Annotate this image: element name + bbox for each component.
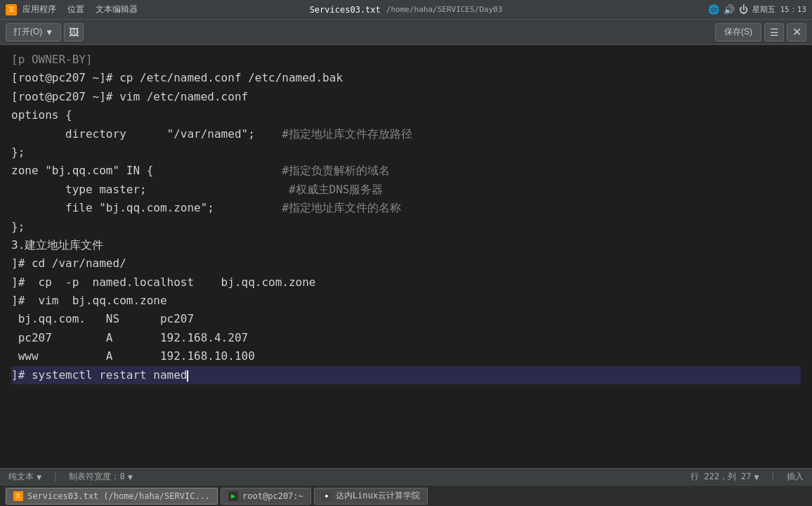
encoding-label: 纯文本 <box>8 471 34 483</box>
mode-status: 插入 <box>787 471 804 483</box>
text-cursor <box>187 370 188 382</box>
tab-width-dropdown: ▼ <box>128 472 133 482</box>
close-icon: ✕ <box>792 25 801 39</box>
position-status: 行 222，列 27 ▼ <box>690 471 759 483</box>
menu-editor[interactable]: 文本编辑器 <box>96 4 138 15</box>
code-line-12: ]# cp -p named.localhost bj.qq.com.zone <box>11 273 801 292</box>
time-display: 星期五 15：13 <box>752 4 806 15</box>
mode-label: 插入 <box>787 471 804 483</box>
code-line-14: bj.qq.com. NS pc207 <box>11 310 801 328</box>
image-button[interactable]: 🖼 <box>64 23 84 41</box>
titlebar-left: 文 应用程序 位置 文本编辑器 <box>6 4 138 15</box>
code-line-6: zone "bj.qq.com" IN { #指定负责解析的域名 <box>11 162 801 180</box>
titlebar-menu: 应用程序 位置 文本编辑器 <box>22 4 138 15</box>
open-button-label: 打开(O) <box>13 26 42 38</box>
hamburger-icon: ☰ <box>770 27 779 38</box>
code-line-10: 3.建立地址库文件 <box>11 236 801 254</box>
code-line-16: www A 192.168.10.100 <box>11 347 801 365</box>
taskbar-item-terminal[interactable]: ▶ root@pc207:~ <box>221 488 311 505</box>
power-icon: ⏻ <box>739 4 748 15</box>
browser-taskbar-icon: ◆ <box>322 491 332 501</box>
app-logo: 文 <box>6 4 17 15</box>
code-line-7: type master; #权威主DNS服务器 <box>11 181 801 199</box>
close-button[interactable]: ✕ <box>787 23 806 41</box>
editor-area[interactable]: [p OWNER-BY] [root@pc207 ~]# cp /etc/nam… <box>0 45 812 468</box>
code-line-2: [root@pc207 ~]# vim /etc/named.conf <box>11 88 801 106</box>
titlebar-center: Services03.txt /home/haha/SERVICES/Day03 <box>310 5 503 15</box>
menu-button[interactable]: ☰ <box>764 23 784 41</box>
volume-icon: 🔊 <box>723 4 735 15</box>
taskbar-item-terminal-label: root@pc207:~ <box>242 491 303 501</box>
encoding-dropdown: ▼ <box>37 472 41 482</box>
code-line-3: options { <box>11 106 801 124</box>
menu-apps[interactable]: 应用程序 <box>22 4 56 15</box>
titlebar: 文 应用程序 位置 文本编辑器 Services03.txt /home/hah… <box>0 0 812 20</box>
window-subtitle: /home/haha/SERVICES/Day03 <box>386 5 503 14</box>
code-line-0: [p OWNER-BY] <box>11 51 801 69</box>
position-label: 行 222，列 27 <box>690 471 752 483</box>
code-line-15: pc207 A 192.168.4.207 <box>11 329 801 347</box>
titlebar-right: 🌐 🔊 ⏻ 星期五 15：13 <box>708 4 806 15</box>
taskbar-item-editor-label: Services03.txt (/home/haha/SERVIC... <box>27 491 210 501</box>
code-line-4: directory "/var/named"; #指定地址库文件存放路径 <box>11 125 801 143</box>
encoding-status[interactable]: 纯文本 ▼ <box>8 471 41 483</box>
taskbar-item-browser[interactable]: ◆ 达内Linux云计算学院 <box>314 488 428 505</box>
code-line-17: ]# systemctl restart named <box>11 366 801 384</box>
taskbar-item-browser-label: 达内Linux云计算学院 <box>336 490 420 502</box>
taskbar-item-editor[interactable]: 文 Services03.txt (/home/haha/SERVIC... <box>6 488 218 505</box>
code-line-13: ]# vim bj.qq.com.zone <box>11 292 801 310</box>
code-line-11: ]# cd /var/named/ <box>11 254 801 273</box>
tab-width-status[interactable]: 制表符宽度：8 ▼ <box>69 471 132 483</box>
code-line-1: [root@pc207 ~]# cp /etc/named.conf /etc/… <box>11 69 801 87</box>
open-button[interactable]: 打开(O) ▼ <box>6 23 61 41</box>
taskbar: 文 Services03.txt (/home/haha/SERVIC... ▶… <box>0 485 812 506</box>
editor-taskbar-icon: 文 <box>13 491 23 501</box>
window-title: Services03.txt <box>310 5 381 15</box>
code-line-8: file "bj.qq.com.zone"; #指定地址库文件的名称 <box>11 199 801 217</box>
statusbar-right: 行 222，列 27 ▼ | 插入 <box>690 471 804 483</box>
menu-places[interactable]: 位置 <box>67 4 84 15</box>
terminal-taskbar-icon: ▶ <box>228 491 238 501</box>
statusbar: 纯文本 ▼ | 制表符宽度：8 ▼ 行 222，列 27 ▼ | 插入 <box>0 468 812 485</box>
statusbar-divider-1: | <box>53 472 58 482</box>
toolbar: 打开(O) ▼ 🖼 保存(S) ☰ ✕ <box>0 20 812 45</box>
position-arrow: ▼ <box>754 472 759 482</box>
network-icon: 🌐 <box>708 4 719 15</box>
image-icon: 🖼 <box>69 27 79 38</box>
code-line-9: }; <box>11 218 801 236</box>
code-line-5: }; <box>11 143 801 162</box>
dropdown-arrow: ▼ <box>45 27 53 37</box>
tab-width-label: 制表符宽度：8 <box>69 471 124 483</box>
statusbar-divider-2: | <box>771 471 775 483</box>
save-button[interactable]: 保存(S) <box>715 23 761 41</box>
